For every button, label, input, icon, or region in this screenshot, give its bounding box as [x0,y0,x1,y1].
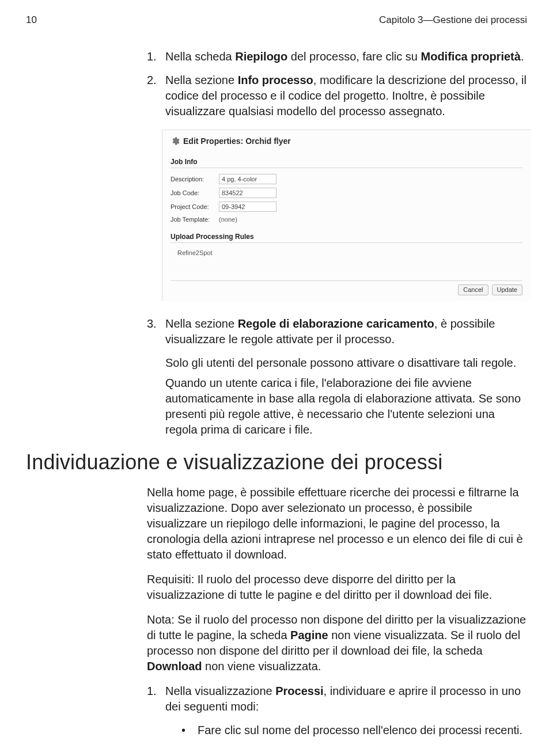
requirements-paragraph: Requisiti: Il ruolo del processo deve di… [147,572,527,603]
page-number: 10 [26,14,37,26]
step-2: 2. Nella sezione Info processo, modifica… [147,73,527,301]
screenshot-title: Edit Properties: Orchid flyer [183,136,291,147]
step-b1-text-b: Processi [275,685,323,697]
rule-item: Refine2Spot [177,249,522,257]
note-text-d: Download [147,660,202,673]
projectcode-label: Project Code: [171,203,219,211]
upload-rules-label: Upload Processing Rules [171,232,522,241]
step-1-text-e: . [521,50,524,63]
note-paragraph: Nota: Se il ruolo del processo non dispo… [147,612,527,674]
step-2-text-b: Info processo [238,74,313,86]
step-1-text-c: del processo, fare clic su [287,50,421,63]
description-input[interactable]: 4 pg, 4-color [219,174,276,184]
step-3-sub2: Quando un utente carica i file, l'elabor… [165,375,527,438]
chapter-title: Capitolo 3—Gestione dei processi [379,14,527,26]
jobtemplate-value: (none) [219,215,237,224]
step-1-number: 1. [147,49,157,64]
jobtemplate-row: Job Template: (none) [171,215,522,224]
step-2-number: 2. [147,73,157,88]
embedded-screenshot: Edit Properties: Orchid flyer Job Info D… [162,130,531,301]
step-b1-text-a: Nella visualizzazione [165,685,275,697]
jobcode-row: Job Code: 834522 [171,188,522,198]
section-heading: Individuazione e visualizzazione dei pro… [26,450,527,474]
requirements-label: Requisiti [147,573,191,586]
step-1-text-b: Riepilogo [235,50,287,63]
note-text-e: non viene visualizzata. [202,660,321,673]
divider [171,168,522,168]
job-info-label: Job Info [171,157,522,166]
step-1-text-d: Modifica proprietà [421,50,521,63]
jobcode-label: Job Code: [171,189,219,197]
step-b1-number: 1. [147,683,157,699]
projectcode-input[interactable]: 09-3942 [219,202,276,212]
jobtemplate-label: Job Template: [171,215,219,224]
intro-paragraph: Nella home page, è possibile effettuare … [147,485,527,563]
bullet-1: Fare clic sul nome del processo nell'ele… [181,723,527,738]
projectcode-row: Project Code: 09-3942 [171,202,522,212]
step-3-number: 3. [147,316,157,332]
step-2-text-a: Nella sezione [165,74,238,86]
requirements-text: : Il ruolo del processo deve disporre de… [147,573,492,601]
step-3-text-b: Regole di elaborazione caricamento [238,317,434,330]
description-row: Description: 4 pg, 4-color [171,174,522,184]
jobcode-input[interactable]: 834522 [219,188,276,198]
note-text-b: Pagine [290,629,328,641]
step-1: 1. Nella scheda Riepilogo del processo, … [147,49,527,64]
step-b1: 1. Nella visualizzazione Processi, indiv… [147,683,527,715]
step-3: 3. Nella sezione Regole di elaborazione … [147,316,527,347]
note-label: Nota: [147,613,175,626]
step-1-text-a: Nella scheda [165,50,235,63]
gear-icon [171,136,180,146]
step-3-sub1: Solo gli utenti del personale possono at… [165,355,527,371]
description-label: Description: [171,175,219,184]
button-bar: Cancel Update [171,280,522,295]
screenshot-title-row: Edit Properties: Orchid flyer [171,136,522,147]
update-button[interactable]: Update [492,284,522,295]
step-3-text-a: Nella sezione [165,317,238,330]
divider [171,242,522,243]
page-header: 10 Capitolo 3—Gestione dei processi [26,14,527,26]
cancel-button[interactable]: Cancel [458,284,488,295]
